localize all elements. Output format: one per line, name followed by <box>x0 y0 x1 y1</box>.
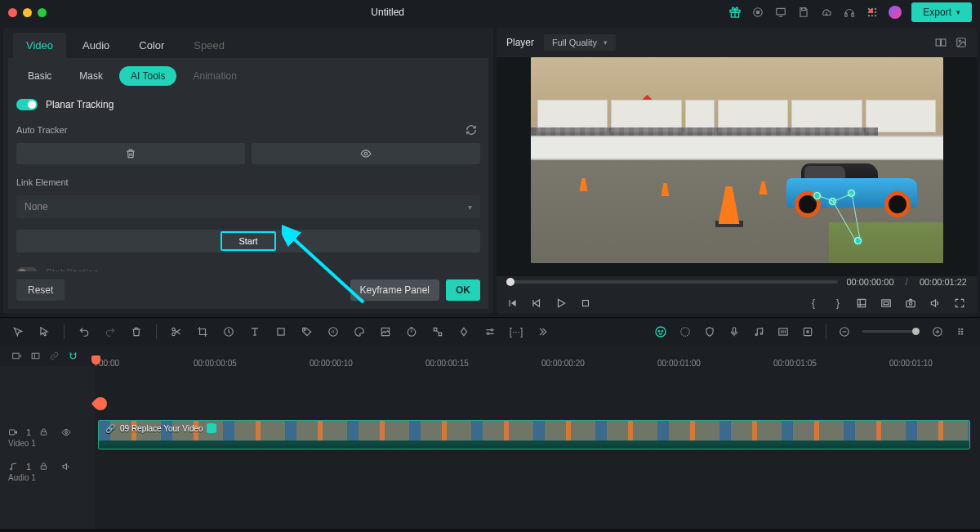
play-backward-icon[interactable] <box>531 297 544 309</box>
text-tool-icon[interactable] <box>248 326 261 338</box>
planar-tracking-toggle[interactable] <box>16 99 38 110</box>
headphones-icon[interactable] <box>843 6 856 19</box>
delete-tracker-button[interactable] <box>16 143 245 164</box>
keyframe-panel-button[interactable]: Keyframe Panel <box>350 279 439 301</box>
volume-icon[interactable] <box>61 462 71 472</box>
mute-icon[interactable] <box>61 427 71 437</box>
enhance-icon[interactable] <box>679 326 692 338</box>
preview-viewport[interactable] <box>497 57 977 276</box>
start-button[interactable]: Start <box>220 231 275 251</box>
undo-icon[interactable] <box>78 326 91 338</box>
lock-icon[interactable] <box>39 427 48 436</box>
tab-audio[interactable]: Audio <box>69 33 122 58</box>
mark-out-icon[interactable]: } <box>831 297 844 309</box>
avatar[interactable] <box>889 6 902 19</box>
cloud-icon[interactable] <box>820 6 833 19</box>
motion-track-icon[interactable] <box>431 326 444 338</box>
range-icon[interactable]: [···] <box>510 326 523 338</box>
subtab-basic[interactable]: Basic <box>16 66 63 86</box>
gift-icon[interactable] <box>728 6 742 19</box>
link-element-select[interactable]: None <box>16 195 480 218</box>
export-button[interactable]: Export ▾ <box>911 2 972 22</box>
zoom-out-icon[interactable] <box>838 326 851 338</box>
reset-button[interactable]: Reset <box>16 279 65 301</box>
mixer-icon[interactable] <box>777 326 790 338</box>
timer-icon[interactable] <box>405 326 418 338</box>
display-icon[interactable] <box>774 6 787 19</box>
refresh-icon[interactable] <box>462 121 480 139</box>
zoom-slider[interactable] <box>862 330 920 333</box>
image-view-icon[interactable] <box>956 37 967 48</box>
primary-tabs: Video Audio Color Speed <box>8 33 488 58</box>
close-window-icon[interactable] <box>8 8 17 17</box>
color-palette-icon[interactable] <box>353 326 366 338</box>
apps-icon[interactable] <box>866 6 879 19</box>
adjust-sliders-icon[interactable] <box>483 326 497 338</box>
redo-icon[interactable] <box>104 326 117 338</box>
track-options-icon[interactable] <box>956 326 969 338</box>
minimize-window-icon[interactable] <box>23 8 32 17</box>
clip-insert-icon[interactable] <box>11 351 22 361</box>
auto-tracker-label: Auto Tracker <box>16 120 67 140</box>
progress-slider[interactable] <box>506 280 838 284</box>
quality-select[interactable]: Full Quality ▾ <box>544 34 616 51</box>
video-clip[interactable]: 🔗 09 Replace Your Video <box>98 420 970 449</box>
subtab-ai-tools[interactable]: AI Tools <box>119 66 176 86</box>
crop-ratio-icon[interactable] <box>856 297 869 309</box>
subtab-mask[interactable]: Mask <box>68 66 114 86</box>
color-tag-icon[interactable] <box>301 326 314 338</box>
timeline-toolbar: [···] <box>0 317 980 345</box>
mic-icon[interactable] <box>728 326 741 338</box>
more-tools-icon[interactable] <box>536 326 549 338</box>
split-icon[interactable] <box>170 326 183 338</box>
magnet-snap-icon[interactable] <box>68 351 78 361</box>
pointer-tool-icon[interactable] <box>11 326 24 338</box>
adjust-icon[interactable] <box>327 326 340 338</box>
clip-overwrite-icon[interactable] <box>30 351 41 361</box>
record-icon[interactable] <box>751 6 764 19</box>
crop-icon[interactable] <box>196 326 209 338</box>
maximize-window-icon[interactable] <box>38 8 47 17</box>
selection-tool-icon[interactable] <box>38 326 51 338</box>
subtab-animation[interactable]: Animation <box>181 66 247 86</box>
shape-tool-icon[interactable] <box>274 326 287 338</box>
mark-in-icon[interactable]: { <box>807 297 820 309</box>
lock-icon[interactable] <box>39 462 48 471</box>
play-icon[interactable] <box>555 297 568 309</box>
save-icon[interactable] <box>797 6 810 19</box>
ai-assist-icon[interactable] <box>654 325 667 338</box>
stop-icon[interactable] <box>580 297 593 309</box>
tracks-area[interactable]: 🔗 09 Replace Your Video <box>95 366 980 529</box>
tab-speed[interactable]: Speed <box>180 33 238 58</box>
svg-point-61 <box>65 431 68 433</box>
volume-icon[interactable] <box>929 297 942 309</box>
svg-point-37 <box>491 329 492 330</box>
svg-point-22 <box>959 40 960 42</box>
keyframe-tool-icon[interactable] <box>457 326 470 338</box>
svg-rect-23 <box>583 301 589 306</box>
speed-tool-icon[interactable] <box>222 326 235 338</box>
time-total: 00:00:01:22 <box>920 277 967 287</box>
tab-color[interactable]: Color <box>126 33 177 58</box>
green-screen-icon[interactable] <box>379 326 392 338</box>
svg-rect-52 <box>958 330 960 332</box>
stabilization-toggle[interactable] <box>16 267 38 271</box>
delete-icon[interactable] <box>130 326 143 338</box>
snapshot-icon[interactable] <box>905 297 918 309</box>
fullscreen-icon[interactable] <box>954 297 967 309</box>
ok-button[interactable]: OK <box>446 279 480 301</box>
prev-frame-icon[interactable] <box>506 297 519 309</box>
preview-tracker-button[interactable] <box>252 143 480 164</box>
tab-video[interactable]: Video <box>13 33 66 58</box>
marker-menu-icon[interactable] <box>801 326 814 338</box>
safe-zone-icon[interactable] <box>880 297 893 309</box>
svg-rect-43 <box>733 327 736 332</box>
compare-view-icon[interactable] <box>934 37 947 48</box>
shield-icon[interactable] <box>703 326 716 338</box>
svg-point-42 <box>681 327 690 336</box>
zoom-in-icon[interactable] <box>931 326 944 338</box>
link-toggle-icon[interactable] <box>49 351 60 361</box>
music-icon[interactable] <box>752 326 765 338</box>
marker[interactable] <box>91 395 110 414</box>
effect-chip-icon[interactable] <box>207 423 216 433</box>
